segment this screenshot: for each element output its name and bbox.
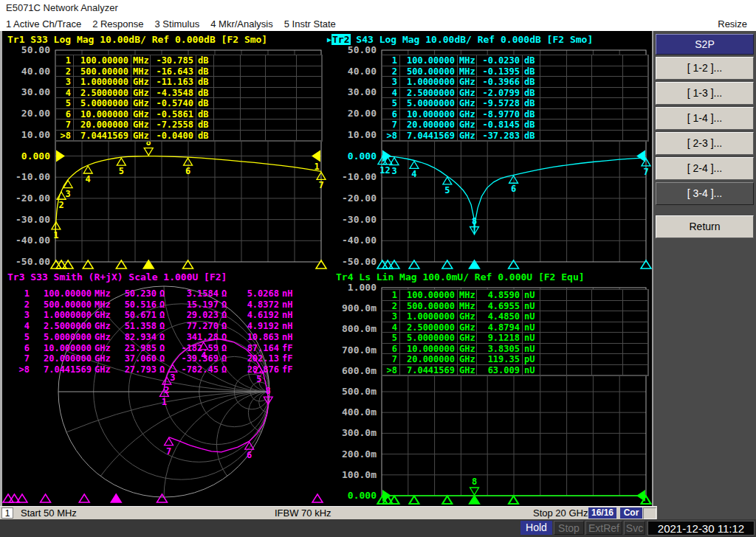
tr1-marker-table: 1100.00000MHz-30.785dB2500.00000MHz-16.6… [55, 55, 323, 142]
marker-icon [57, 192, 66, 199]
marker-number-label: 6 [247, 450, 252, 460]
menu-item-1[interactable]: 1 Active Ch/Trace [6, 18, 81, 30]
marker-icon [410, 496, 419, 504]
marker-table-cell [567, 131, 592, 142]
marker-table-row: 2500.00000MHz4.6955nU [382, 301, 648, 312]
marker-table-cell: 7 [56, 119, 74, 131]
marker-number-label: 8 [472, 477, 477, 487]
marker-icon [642, 159, 650, 166]
marker-number-label: 5 [444, 185, 450, 195]
softkey-return[interactable]: Return [656, 215, 754, 238]
marker-table-cell: dB [196, 98, 214, 109]
stimulus-marker-icon [377, 496, 388, 504]
marker-table-cell [592, 344, 623, 355]
marker-table-cell [540, 98, 567, 109]
marker-table-cell: 63.009 [477, 365, 523, 376]
marker-table-cell [567, 66, 592, 77]
smith-table-cell: 82.934 [114, 332, 157, 343]
smith-table-cell: 27.793 [114, 364, 157, 375]
smith-table-cell: 50.230 [114, 288, 157, 299]
softkey-s2p[interactable]: S2P [656, 34, 754, 55]
marker-table-cell: dB [523, 119, 540, 131]
softkey-1-3[interactable]: [ 1-3 ]... [656, 82, 754, 105]
marker-table-cell: -11.163 [151, 77, 196, 88]
start-frequency-label: Start 50 MHz [21, 507, 77, 519]
hold-status-badge: Hold [520, 521, 552, 535]
stimulus-marker-icon [382, 496, 393, 504]
softkey-2-3[interactable]: [ 2-3 ]... [656, 132, 754, 155]
marker-table-cell: GHz [131, 77, 151, 88]
marker-table-cell: GHz [458, 333, 477, 344]
tr1-ytick: 0.000 [4, 151, 50, 162]
marker-table-cell [592, 131, 623, 142]
menu-item-3[interactable]: 3 Stimulus [155, 18, 200, 30]
softkey-2-4[interactable]: [ 2-4 ]... [656, 157, 754, 180]
marker-table-cell [623, 119, 648, 131]
marker-icon [390, 158, 399, 165]
extref-status-badge: ExtRef [585, 521, 622, 535]
softkey-1-4[interactable]: [ 1-4 ]... [656, 107, 754, 130]
marker-table-row: >87.0441569GHz-0.0400dB [56, 131, 322, 142]
marker-table-cell: 5 [382, 98, 400, 109]
marker-table-cell [540, 365, 567, 376]
marker-table-cell: 3 [382, 311, 400, 322]
stimulus-marker-icon [183, 260, 193, 268]
menu-item-5[interactable]: 5 Instr State [284, 18, 336, 30]
marker-table-cell: 3 [56, 77, 74, 88]
marker-table-cell [540, 311, 567, 322]
menu-item-2[interactable]: 2 Response [92, 18, 143, 30]
resize-button[interactable]: Resize [718, 18, 747, 30]
marker-table-cell [623, 354, 648, 365]
smith-table-cell: fF [279, 343, 298, 354]
marker-number-label: 7 [643, 167, 648, 177]
tr2-ytick: 10.00 [331, 130, 377, 140]
marker-table-cell: 2.5000000 [74, 88, 131, 99]
softkey-3-4[interactable]: [ 3-4 ]... [656, 182, 754, 205]
marker-table-cell: dB [523, 66, 540, 77]
marker-table-cell: 500.00000 [400, 301, 458, 312]
marker-table-cell [297, 88, 322, 99]
smith-table-cell: fF [279, 364, 298, 375]
marker-table-cell [241, 66, 266, 77]
tr2-ytick: -50.00 [331, 257, 377, 267]
smith-table-cell: 7 [13, 353, 30, 364]
marker-table-cell: dB [523, 98, 540, 109]
menu-item-4[interactable]: 4 Mkr/Analysis [210, 18, 273, 30]
tr1-ytick: 30.00 [4, 87, 50, 97]
marker-table-cell: GHz [458, 88, 477, 99]
marker-table-cell: GHz [458, 354, 477, 365]
smith-table-cell: Ω [157, 321, 171, 332]
softkey-1-2[interactable]: [ 1-2 ]... [656, 57, 754, 80]
marker-table-cell: 5 [382, 333, 400, 344]
marker-table-cell: 20.000000 [400, 119, 458, 131]
marker-icon [184, 158, 193, 165]
marker-table-cell [592, 66, 623, 77]
marker-table-cell: 100.00000 [400, 290, 458, 301]
marker-icon [509, 496, 518, 504]
smith-table-cell: 7.0441569 [30, 364, 92, 375]
marker-table-cell: dB [523, 55, 540, 66]
marker-table-cell [623, 333, 648, 344]
marker-table-cell: 1.0000000 [74, 77, 131, 88]
marker-table-cell [567, 290, 592, 301]
marker-table-cell [623, 311, 648, 322]
smith-table-cell: 6 [13, 343, 30, 354]
marker-table-cell [592, 290, 623, 301]
marker-table-row: 31.0000000GHz-0.3966dB [382, 77, 648, 88]
smith-table-cell: 23.985 [114, 343, 157, 354]
marker-table-cell [567, 344, 592, 355]
marker-table-cell: -16.643 [151, 66, 196, 77]
marker-table-cell: dB [523, 109, 540, 120]
smith-table-cell: 15.197 [171, 299, 219, 311]
smith-table-cell: -182.59 [171, 343, 219, 354]
smith-table-cell: nH [279, 321, 298, 332]
marker-table-cell [540, 88, 567, 99]
smith-table-cell: Ω [157, 332, 171, 343]
marker-table-cell: 119.35 [477, 354, 523, 365]
smith-table-cell: nH [279, 288, 298, 299]
marker-table-cell [623, 301, 648, 312]
tr1-ytick: -20.00 [4, 193, 50, 204]
active-marker-icon [264, 397, 272, 404]
ref-level-pointer-icon [56, 150, 65, 162]
marker-table-cell [540, 301, 567, 312]
